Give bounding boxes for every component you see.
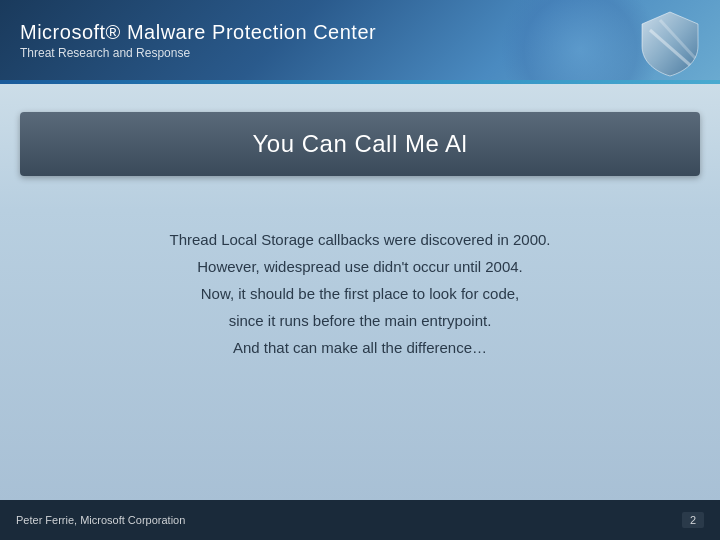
footer-author: Peter Ferrie, Microsoft Corporation [16, 514, 185, 526]
body-line-3: Now, it should be the first place to loo… [169, 280, 550, 307]
body-line-5: And that can make all the difference… [169, 334, 550, 361]
footer: Peter Ferrie, Microsoft Corporation 2 [0, 500, 720, 540]
header-subtitle: Threat Research and Response [20, 46, 376, 60]
body-line-2: However, widespread use didn't occur unt… [169, 253, 550, 280]
body-line-4: since it runs before the main entrypoint… [169, 307, 550, 334]
slide-title: You Can Call Me Al [40, 130, 680, 158]
header-title: Microsoft® Malware Protection Center [20, 20, 376, 44]
shield-icon [640, 10, 700, 80]
header-title-text: Microsoft® Malware Protection Center [20, 21, 376, 43]
body-text: Thread Local Storage callbacks were disc… [169, 226, 550, 361]
main-content: You Can Call Me Al Thread Local Storage … [0, 84, 720, 504]
header-text-group: Microsoft® Malware Protection Center Thr… [20, 20, 376, 60]
title-banner: You Can Call Me Al [20, 112, 700, 176]
body-line-1: Thread Local Storage callbacks were disc… [169, 226, 550, 253]
page-number: 2 [682, 512, 704, 528]
header-decoration [500, 0, 660, 80]
header: Microsoft® Malware Protection Center Thr… [0, 0, 720, 80]
